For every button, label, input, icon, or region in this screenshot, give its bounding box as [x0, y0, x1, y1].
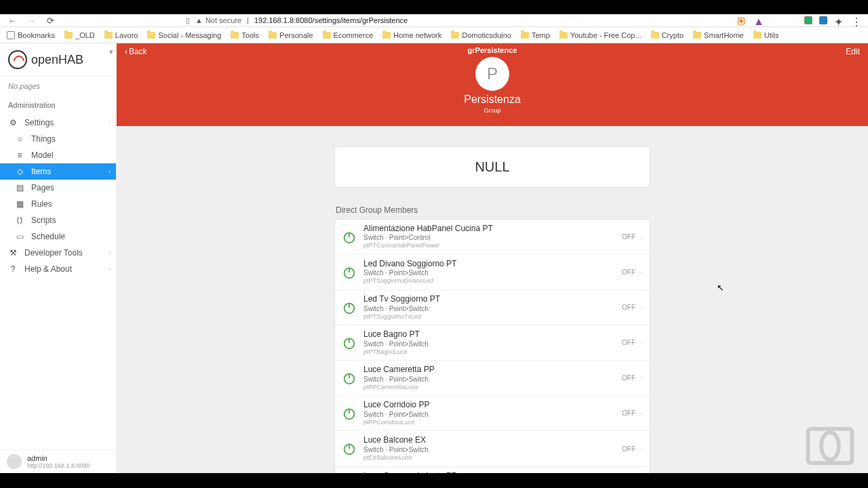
- watermark: [806, 426, 854, 469]
- sidebar-item-items[interactable]: ◇Items›: [0, 163, 116, 180]
- bookmark-social-messaging[interactable]: Social - Messaging: [147, 31, 221, 39]
- bookmark-icon: [7, 31, 15, 39]
- chevron-right-icon: ›: [641, 340, 643, 346]
- member-state: OFF: [622, 445, 635, 453]
- bookmarks-bar: Bookmarks_OLDLavoroSocial - MessagingToo…: [0, 27, 868, 43]
- warning-icon: ▲: [195, 16, 203, 24]
- nav-icon: ⚙: [8, 118, 18, 127]
- sidebar-item-label: Items: [31, 167, 51, 176]
- bookmark-tools[interactable]: Tools: [231, 31, 259, 39]
- member-row[interactable]: Led Divano Soggiorno PTSwitch · Point>Sw…: [335, 255, 650, 290]
- member-state: OFF: [622, 233, 635, 241]
- reload-button[interactable]: ⟳: [45, 15, 56, 26]
- folder-icon: [323, 32, 331, 39]
- member-row[interactable]: Luce Cameretta PPSwitch · Point>Switchpt…: [335, 361, 650, 396]
- bookmark-smarthome[interactable]: SmartHome: [693, 31, 744, 39]
- sidebar-item-settings[interactable]: ⚙Settings›: [0, 115, 116, 131]
- letterbox-bottom: [0, 473, 868, 488]
- sidebar-item-developer-tools[interactable]: ⚒Developer Tools›: [0, 245, 116, 261]
- power-icon: [342, 230, 357, 245]
- user-footer[interactable]: admin http://192.168.1.8:8080: [0, 449, 116, 473]
- triangle-icon[interactable]: ▲: [753, 16, 764, 26]
- sidebar-item-help-about[interactable]: ?Help & About›: [0, 261, 116, 277]
- member-row[interactable]: Luce Corridoio PPSwitch · Point>Switchpt…: [335, 396, 650, 431]
- sidebar-item-scripts[interactable]: ⟨⟩Scripts: [0, 212, 116, 228]
- back-link[interactable]: ‹ Back: [125, 47, 147, 56]
- nav-icon: ○: [15, 134, 24, 144]
- bookmark--old[interactable]: _OLD: [64, 31, 95, 39]
- svg-point-21: [821, 432, 839, 460]
- extensions-icon[interactable]: ✦: [834, 16, 844, 26]
- sidebar-item-things[interactable]: ○Things: [0, 131, 116, 147]
- bookmark-lavoro[interactable]: Lavoro: [104, 31, 138, 39]
- ext-blue-icon[interactable]: [819, 16, 827, 24]
- power-icon: [342, 371, 357, 386]
- sidebar-item-schedule[interactable]: ▭Schedule: [0, 228, 116, 245]
- member-subtitle: Switch · Point>Switch: [363, 410, 622, 419]
- forward-button[interactable]: →: [26, 15, 37, 26]
- edit-button[interactable]: Edit: [846, 47, 860, 56]
- browser-toolbar: ← → ⟳ ▯ ▲Not secure | 192.168.1.8:8080/s…: [0, 14, 868, 27]
- folder-icon: [64, 32, 73, 39]
- power-icon: [342, 336, 357, 350]
- sidebar-item-pages[interactable]: ▤Pages: [0, 180, 116, 196]
- power-icon: [342, 406, 357, 421]
- power-icon: [342, 265, 357, 280]
- member-id: ptPTCucinaHabPanelPower: [363, 242, 622, 250]
- member-row[interactable]: Led Tv Soggiorno PTSwitch · Point>Switch…: [335, 290, 650, 325]
- header-item-name: grPersistence: [468, 46, 517, 54]
- member-state: OFF: [622, 374, 635, 382]
- member-row[interactable]: Luce Bagno PTSwitch · Point>SwitchptPTBa…: [335, 325, 650, 361]
- bookmark-bookmarks[interactable]: Bookmarks: [7, 31, 55, 39]
- member-subtitle: Switch · Point>Switch: [363, 268, 622, 277]
- chevron-right-icon: ›: [641, 445, 643, 452]
- sidebar-item-label: Help & About: [24, 264, 72, 274]
- folder-icon: [269, 32, 277, 39]
- brand-text: openHAB: [31, 53, 83, 67]
- member-id: ptPTBagnoLuce: [363, 348, 622, 357]
- sidebar-item-rules[interactable]: ▦Rules: [0, 196, 116, 212]
- sidebar-item-model[interactable]: ≡Model: [0, 147, 116, 163]
- pin-icon[interactable]: ▾: [109, 47, 113, 56]
- back-button[interactable]: ←: [7, 15, 18, 26]
- bookmark-temp[interactable]: Temp: [521, 31, 550, 39]
- chevron-left-icon: ‹: [125, 47, 127, 56]
- bookmark-youtube-free-cop-[interactable]: Youtube - Free Cop...: [559, 31, 642, 39]
- member-name: Luce Balcone EX: [363, 435, 622, 445]
- folder-icon: [521, 32, 529, 39]
- folder-icon: [651, 32, 659, 39]
- member-row[interactable]: Luce Camera da Letto PPSwitch · Point>Sw…: [335, 467, 650, 473]
- chevron-right-icon: ›: [641, 375, 643, 382]
- member-row[interactable]: Luce Balcone EXSwitch · Point>SwitchptEX…: [335, 431, 650, 466]
- menu-icon[interactable]: ⋮: [851, 16, 861, 26]
- bookmark-crypto[interactable]: Crypto: [651, 31, 684, 39]
- member-state: OFF: [622, 304, 635, 311]
- shield-icon[interactable]: ⛨: [736, 16, 747, 26]
- power-icon: [342, 441, 357, 456]
- nav-icon: ⟨⟩: [15, 216, 24, 225]
- member-id: ptPPCorridoioLuce: [363, 419, 622, 427]
- member-name: Led Divano Soggiorno PT: [363, 259, 622, 268]
- sidebar-item-label: Settings: [24, 118, 54, 127]
- bookmark-personale[interactable]: Personale: [269, 31, 313, 39]
- member-state: OFF: [622, 409, 635, 417]
- bookmark-utils[interactable]: Utils: [753, 31, 778, 39]
- bookmark-home-network[interactable]: Home network: [382, 31, 441, 39]
- ext-green-icon[interactable]: [804, 16, 812, 24]
- security-label: Not secure: [205, 16, 241, 24]
- member-row[interactable]: Alimentazione HabPanel Cucina PTSwitch ·…: [335, 220, 650, 255]
- letterbox-top: [0, 0, 868, 14]
- chevron-right-icon: ›: [641, 269, 643, 276]
- member-id: ptPTSoggiornoDivanoLed: [363, 277, 622, 285]
- address-bar[interactable]: ▯ ▲Not secure | 192.168.1.8:8080/setting…: [64, 16, 728, 25]
- item-badge: P: [475, 57, 509, 91]
- bookmark-ecommerce[interactable]: Ecommerce: [323, 31, 374, 39]
- nav-icon: ▦: [15, 199, 24, 209]
- bookmark-domoticsduino[interactable]: Domoticsduino: [451, 31, 511, 39]
- member-id: ptPTSoggiornoTvLed: [363, 313, 622, 321]
- avatar: [7, 454, 22, 469]
- folder-icon: [104, 32, 113, 39]
- logo[interactable]: openHAB: [0, 43, 116, 77]
- power-icon: [342, 300, 357, 315]
- folder-icon: [382, 32, 391, 39]
